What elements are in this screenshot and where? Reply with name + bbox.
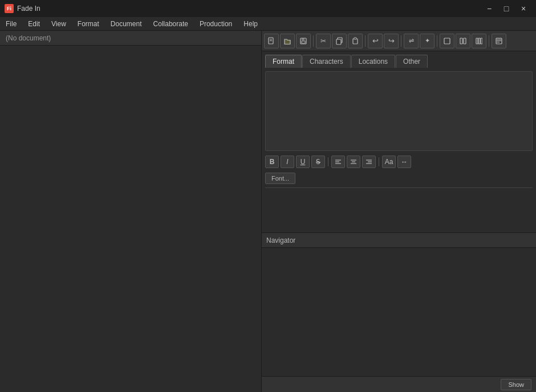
doc-title-label: (No document): [6, 34, 51, 42]
title-bar-left: Fi Fade In: [5, 4, 40, 13]
cut-btn[interactable]: ✂: [316, 34, 331, 48]
svg-rect-9: [354, 38, 356, 39]
view-btn2[interactable]: [456, 34, 470, 48]
app-icon: Fi: [5, 4, 14, 13]
script-btn[interactable]: ✦: [420, 34, 435, 48]
save-btn[interactable]: [296, 34, 311, 48]
close-button[interactable]: ×: [515, 3, 531, 14]
align-right-button[interactable]: [362, 156, 376, 168]
tab-locations[interactable]: Locations: [351, 55, 395, 68]
menu-help[interactable]: Help: [238, 17, 263, 30]
tab-characters[interactable]: Characters: [302, 55, 351, 68]
copy-btn[interactable]: [332, 34, 347, 48]
tabs-row: Format Characters Locations Other: [265, 55, 533, 68]
toolbar-sep-1: [313, 35, 314, 47]
view-btn1[interactable]: [440, 34, 454, 48]
font-section: Font...: [265, 173, 533, 184]
menu-file[interactable]: File: [0, 17, 22, 30]
redo-btn[interactable]: ↪: [384, 34, 399, 48]
strikethrough-button[interactable]: S̶: [311, 156, 325, 168]
menu-view[interactable]: View: [46, 17, 72, 30]
format-toolbar: B I U S̶: [265, 154, 533, 169]
open-btn[interactable]: [280, 34, 295, 48]
font-button[interactable]: Font...: [265, 173, 295, 184]
dual-btn[interactable]: ⇌: [404, 34, 419, 48]
underline-button[interactable]: U: [296, 156, 310, 168]
minimize-button[interactable]: −: [481, 3, 497, 14]
export-btn[interactable]: [492, 34, 506, 48]
fmt-sep-2: [379, 157, 379, 166]
title-bar: Fi Fade In − □ ×: [0, 0, 536, 17]
navigator-section: Navigator Show: [262, 232, 536, 392]
tabs-section: Format Characters Locations Other: [262, 51, 536, 68]
navigator-header: Navigator: [262, 233, 536, 248]
right-panel: ✂ ↩ ↪ ⇌: [261, 31, 536, 392]
svg-rect-10: [444, 38, 450, 44]
bold-button[interactable]: B: [265, 156, 279, 168]
menu-bar: File Edit View Format Document Collabora…: [0, 17, 536, 31]
menu-format[interactable]: Format: [72, 17, 105, 30]
text-preview-area[interactable]: [265, 71, 533, 151]
maximize-button[interactable]: □: [498, 3, 514, 14]
svg-rect-15: [481, 38, 482, 44]
view-btn3[interactable]: [472, 34, 486, 48]
toolbar: ✂ ↩ ↪ ⇌: [262, 31, 536, 51]
align-center-button[interactable]: [347, 156, 360, 168]
svg-rect-11: [460, 38, 462, 44]
toolbar-sep-2: [365, 35, 366, 47]
svg-rect-7: [336, 39, 341, 44]
svg-rect-14: [478, 38, 480, 44]
new-doc-btn[interactable]: [264, 34, 279, 48]
tab-other[interactable]: Other: [396, 55, 428, 68]
show-button[interactable]: Show: [501, 379, 531, 390]
toolbar-sep-3: [401, 35, 401, 47]
app-title: Fade In: [17, 5, 40, 13]
svg-rect-12: [464, 38, 466, 44]
navigator-footer: Show: [262, 376, 536, 392]
paste-btn[interactable]: [348, 34, 363, 48]
menu-edit[interactable]: Edit: [22, 17, 46, 30]
menu-production[interactable]: Production: [194, 17, 238, 30]
case-button[interactable]: Aa: [382, 156, 396, 168]
width-button[interactable]: ↔: [397, 156, 411, 168]
navigator-title: Navigator: [266, 236, 295, 244]
toolbar-sep-5: [489, 35, 489, 47]
fmt-sep-1: [328, 157, 328, 166]
align-left-button[interactable]: [331, 156, 345, 168]
navigator-content[interactable]: [262, 248, 536, 376]
svg-rect-5: [302, 41, 305, 43]
menu-collaborate[interactable]: Collaborate: [148, 17, 194, 30]
format-bottom-area: [265, 187, 533, 190]
menu-document[interactable]: Document: [105, 17, 148, 30]
svg-rect-4: [302, 38, 304, 40]
main-layout: (No document): [0, 31, 536, 392]
toolbar-sep-4: [437, 35, 437, 47]
left-panel: (No document): [0, 31, 261, 392]
undo-btn[interactable]: ↩: [368, 34, 383, 48]
doc-title-bar: (No document): [0, 31, 261, 46]
window-controls: − □ ×: [481, 3, 531, 14]
format-content: B I U S̶: [262, 68, 536, 232]
italic-button[interactable]: I: [281, 156, 294, 168]
svg-rect-13: [476, 38, 478, 44]
left-script-area[interactable]: [0, 46, 261, 392]
tab-format[interactable]: Format: [265, 55, 302, 68]
